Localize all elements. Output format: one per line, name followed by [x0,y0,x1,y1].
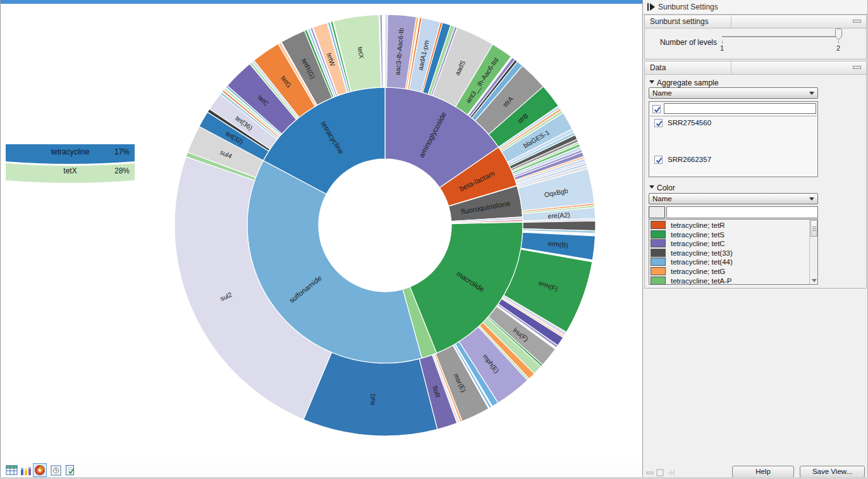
chart-view-area: aminoglycosidebeta-lactamfluoroquinolone… [0,0,642,479]
data-section-title: Data [650,63,666,72]
application-window: { "window": { "top_accent_color": "#4a90… [0,0,868,479]
panel-title: Sunburst Settings [658,3,718,11]
color-entry-label: tetracycline; tet(33) [671,249,733,257]
tooltip-label: tetX [63,166,76,175]
minimize-panel-icon [647,472,653,474]
data-section-header[interactable]: Data [645,61,866,75]
sample-listbox: SRR2754560 SRR2662357 [649,101,818,177]
slider-min-label: 1 [720,44,724,52]
color-swatch [651,267,666,275]
color-swatch [651,221,666,229]
color-entry-label: tetracycline; tetC [671,240,725,247]
scrollbar[interactable] [809,220,817,284]
sample-name[interactable]: SRR2754560 [668,119,711,127]
levels-slider-handle[interactable] [834,28,843,41]
panel-footer-icons [646,469,679,476]
color-dropdown[interactable]: Name [649,193,818,204]
color-entry-label: tetracycline; tetR [671,221,725,229]
color-dropdown-value: Name [652,195,672,202]
levels-slider-label: Number of levels [654,38,717,47]
help-button[interactable]: Help [732,466,794,478]
panel-collapse-icon[interactable] [647,3,656,11]
tooltip-value: 17% [114,147,130,156]
color-list: tetracycline; tetR tetracycline; tetS te… [649,219,818,285]
color-swatch [651,249,666,257]
checklist-view-icon[interactable] [63,463,77,477]
table-view-icon[interactable] [4,463,18,477]
chevron-down-icon [809,92,814,95]
dock-panel-icon [668,470,674,476]
color-entry-label: tetracycline; tetG [671,268,725,275]
color-swatch [651,277,666,285]
color-swatch [651,230,666,239]
sunburst-segment-label: tetX [357,46,365,59]
sample-filter-input[interactable] [664,103,816,114]
maximize-panel-icon [657,470,663,476]
tooltip-label: tetracycline [51,147,90,156]
aggregate-collapse-icon[interactable] [649,80,654,84]
settings-section-header[interactable]: Sunburst settings [645,15,866,28]
color-collapse-icon[interactable] [649,185,654,189]
settings-section-title: Sunburst settings [650,17,709,26]
levels-slider[interactable] [722,36,842,38]
color-filter-input[interactable] [666,206,818,218]
sample-checkbox[interactable] [654,156,663,164]
collapse-section-button[interactable] [853,66,861,69]
tooltip: tetracycline17%tetX28% [4,140,138,187]
view-switch-toolbar [1,463,642,478]
sunburst-settings-panel: Sunburst Settings Sunburst settings Numb… [642,0,868,479]
sample-checkbox[interactable] [654,119,663,127]
sample-name[interactable]: SRR2662357 [668,156,711,163]
color-swatch [651,239,666,247]
color-entry-label: tetracycline; tetA-P [671,277,732,285]
save-view-button[interactable]: Save View... [800,466,865,478]
scrollbar-down-arrow[interactable] [812,279,817,282]
color-all-swatch[interactable] [649,206,665,218]
active-view-accent-bar [1,0,643,4]
bar-chart-view-icon[interactable] [19,463,33,477]
slider-max-label: 2 [836,44,840,52]
aggregate-sample-label: Aggregate sample [657,78,718,87]
chevron-down-icon [809,197,814,201]
history-view-icon[interactable] [49,463,63,477]
data-group: Data Aggregate sample Name SRR2754560 SR… [644,61,867,289]
sunburst-settings-group: Sunburst settings Number of levels 1 2 [644,15,867,59]
sunburst-segment-label: ere(A2) [547,211,570,220]
aggregate-dropdown-value: Name [652,89,672,97]
sunburst-view-icon[interactable] [33,463,47,477]
color-entry-label: tetracycline; tetS [671,231,724,239]
tooltip-value: 28% [114,166,130,175]
panel-title-bar: Sunburst Settings [643,0,867,15]
color-swatch [651,258,666,266]
sunburst-segment-label: sul1 [368,393,376,406]
color-entry-label: tetracycline; tet(44) [671,258,733,266]
sunburst-chart[interactable]: aminoglycosidebeta-lactamfluoroquinolone… [173,13,597,437]
scrollbar-thumb[interactable] [810,220,817,237]
select-all-checkbox[interactable] [652,105,661,113]
aggregate-dropdown[interactable]: Name [649,87,818,99]
color-label: Color [657,184,675,192]
collapse-section-button[interactable] [853,20,861,23]
